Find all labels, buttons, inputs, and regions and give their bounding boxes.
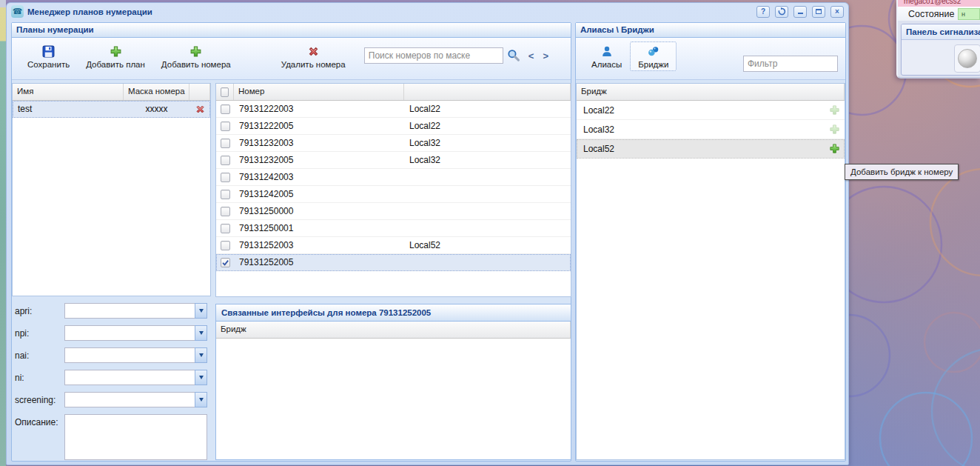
refresh-button[interactable] (775, 6, 788, 18)
bridge-row[interactable]: Local22 (577, 101, 845, 120)
numbers-table-header: Номер (216, 84, 571, 101)
help-button[interactable]: ? (756, 6, 770, 18)
column-header-mask[interactable]: Маска номера (124, 84, 189, 100)
description-textarea[interactable] (64, 414, 207, 460)
bridges-button-label: Бриджи (638, 60, 668, 69)
number-cell: 79131252003 (234, 240, 404, 250)
number-row[interactable]: 79131242003 (216, 169, 571, 186)
row-checkbox[interactable] (221, 224, 230, 233)
aliases-button[interactable]: Алиасы (583, 41, 630, 71)
delete-plan-button[interactable] (189, 104, 210, 115)
add-bridge-button[interactable] (829, 124, 840, 137)
filter-input[interactable] (743, 56, 838, 72)
screening-dropdown-button[interactable] (195, 392, 207, 407)
column-header-bridge[interactable]: Бридж (577, 84, 845, 100)
search-prev-button[interactable]: < (524, 50, 539, 61)
state-label: Состояние (908, 9, 954, 19)
save-button-label: Сохранить (27, 60, 70, 69)
bridge-row[interactable]: Local32 (577, 120, 845, 139)
plus-icon (189, 45, 202, 58)
bridge-name-cell: Local32 (578, 124, 620, 135)
titlebar[interactable]: ☎ Менеджер планов нумерации ? × (7, 3, 848, 20)
numbering-plan-manager-window: ☎ Менеджер планов нумерации ? × Планы ну… (6, 2, 849, 465)
description-label: Описание: (15, 417, 58, 427)
plans-panel-title: Планы нумерации (12, 23, 571, 38)
screening-input[interactable] (64, 392, 195, 407)
add-plan-button-label: Добавить план (86, 60, 145, 69)
number-row[interactable]: 79131222003 Local22 (216, 101, 571, 118)
add-plan-button[interactable]: Добавить план (78, 41, 153, 71)
row-checkbox[interactable] (221, 173, 230, 182)
add-numbers-button[interactable]: Добавить номера (153, 41, 239, 71)
npi-combo (64, 325, 207, 341)
search-icon[interactable] (507, 49, 520, 62)
nai-combo (64, 347, 207, 363)
maximize-icon (816, 9, 822, 14)
ni-input[interactable] (64, 370, 195, 385)
plus-icon (110, 45, 122, 58)
apri-dropdown-button[interactable] (195, 303, 207, 319)
state-badge: н (958, 8, 980, 20)
row-checkbox[interactable] (221, 190, 230, 199)
aliases-panel-title: Алиасы \ Бриджи (576, 23, 845, 38)
interface-cell: Local32 (404, 155, 571, 165)
delete-numbers-button-label: Удалить номера (281, 60, 346, 69)
nai-dropdown-button[interactable] (195, 347, 207, 363)
aliases-toolbar: Алиасы Бриджи (576, 38, 845, 80)
number-row[interactable]: 79131250000 (216, 203, 571, 220)
state-row: Состояние н (898, 7, 980, 21)
search-input[interactable] (364, 47, 503, 64)
screening-combo (64, 392, 207, 407)
apri-input[interactable] (64, 303, 195, 319)
bridge-name-cell: Local52 (578, 144, 620, 154)
row-checkbox[interactable] (221, 104, 230, 114)
search-next-button[interactable]: > (538, 50, 553, 61)
npi-dropdown-button[interactable] (195, 325, 207, 341)
window-title: Менеджер планов нумерации (27, 7, 751, 16)
bridge-row-hovered[interactable]: Local52 (577, 139, 845, 159)
number-search-group: < > (364, 47, 553, 64)
number-row[interactable]: 79131242005 (216, 186, 571, 203)
led-indicator-box (954, 44, 980, 73)
row-checkbox[interactable] (221, 241, 230, 250)
column-header-name[interactable]: Имя (13, 84, 124, 100)
plan-mask-cell: xxxxx (124, 104, 189, 114)
delete-numbers-button[interactable]: Удалить номера (273, 41, 354, 71)
maximize-button[interactable] (812, 6, 825, 18)
bridges-button[interactable]: Бриджи (630, 41, 677, 71)
linked-table-header: Бридж (216, 322, 571, 339)
ni-dropdown-button[interactable] (195, 370, 207, 385)
row-checkbox[interactable] (221, 156, 230, 165)
minimize-button[interactable] (793, 6, 807, 18)
number-row[interactable]: 79131232005 Local32 (216, 152, 571, 169)
add-bridge-button[interactable] (829, 104, 840, 118)
bridge-name-cell: Local22 (578, 105, 620, 116)
nai-input[interactable] (64, 347, 195, 363)
aliases-button-label: Алиасы (591, 60, 622, 69)
megaco-header: megaco1@ecss2 (898, 0, 980, 7)
select-all-checkbox[interactable] (221, 87, 229, 97)
number-row[interactable]: 79131232003 Local32 (216, 135, 571, 152)
column-header-bridge[interactable]: Бридж (216, 322, 571, 338)
bridge-icon (647, 45, 660, 58)
aliases-bridges-panel: Алиасы \ Бриджи Алиасы Бриджи (575, 22, 846, 462)
number-row[interactable]: 79131222005 Local22 (216, 118, 571, 135)
save-button[interactable]: Сохранить (19, 41, 78, 71)
bridges-table: Бридж Local22 Local32 Local5 (576, 83, 845, 460)
chevron-down-icon (199, 331, 204, 335)
plan-row[interactable]: test xxxxx (13, 101, 210, 118)
column-header-number[interactable]: Номер (234, 84, 404, 100)
number-row[interactable]: 79131252003 Local52 (216, 237, 571, 254)
row-checkbox-checked[interactable] (221, 258, 230, 267)
row-checkbox[interactable] (221, 207, 230, 216)
number-row-selected[interactable]: 79131252005 (216, 254, 571, 271)
number-row[interactable]: 79131250001 (216, 220, 571, 237)
row-checkbox[interactable] (221, 139, 230, 148)
close-button[interactable]: × (830, 6, 844, 18)
chevron-down-icon (199, 309, 204, 313)
npi-input[interactable] (64, 325, 195, 341)
row-checkbox[interactable] (221, 122, 230, 131)
add-bridge-button[interactable] (829, 143, 840, 156)
number-cell: 79131222003 (234, 104, 404, 114)
number-cell: 79131252005 (234, 257, 404, 267)
